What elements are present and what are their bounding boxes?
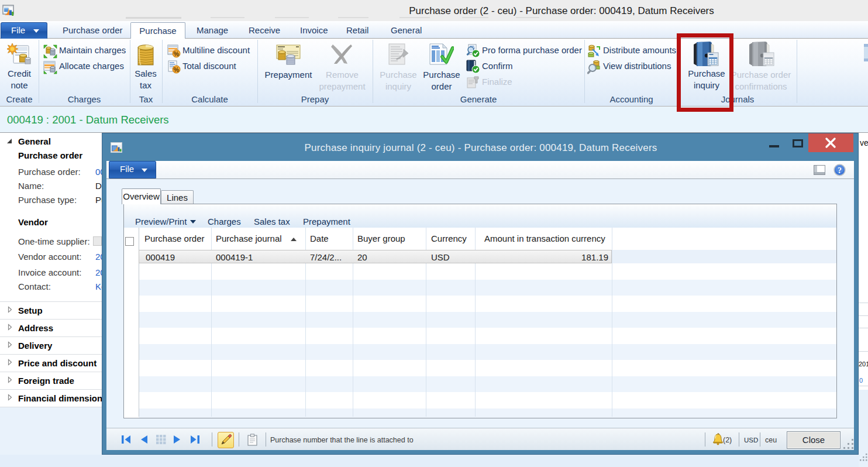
svg-text:?: ? (838, 166, 842, 175)
svg-text:%: % (174, 50, 180, 57)
svg-text:%: % (174, 66, 180, 73)
